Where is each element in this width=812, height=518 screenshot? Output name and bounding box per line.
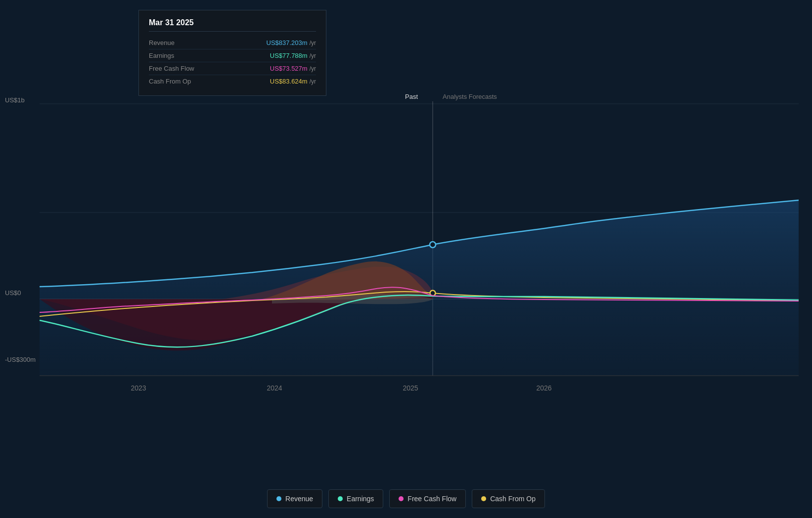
- tooltip-label-fcf: Free Cash Flow: [149, 65, 194, 72]
- tooltip-value-earnings: US$77.788m/yr: [270, 52, 316, 59]
- svg-text:2024: 2024: [267, 384, 282, 392]
- legend-dot-fcf: [399, 496, 404, 501]
- tooltip-title: Mar 31 2025: [149, 18, 316, 32]
- chart-container: Mar 31 2025 Revenue US$837.203m/yr Earni…: [0, 0, 812, 518]
- svg-text:Past: Past: [405, 93, 418, 100]
- svg-text:Analysts Forecasts: Analysts Forecasts: [443, 93, 497, 100]
- legend-label-revenue: Revenue: [285, 495, 313, 503]
- legend-item-cashop: Cash From Op: [472, 489, 545, 508]
- tooltip-value-cashop: US$83.624m/yr: [270, 78, 316, 85]
- svg-point-7: [430, 242, 436, 248]
- chart-svg: Past Analysts Forecasts 202: [0, 0, 812, 518]
- legend-label-earnings: Earnings: [347, 495, 374, 503]
- tooltip-label-earnings: Earnings: [149, 52, 174, 59]
- legend-label-fcf: Free Cash Flow: [407, 495, 456, 503]
- legend-item-revenue: Revenue: [267, 489, 322, 508]
- legend-label-cashop: Cash From Op: [490, 495, 536, 503]
- tooltip-row-earnings: Earnings US$77.788m/yr: [149, 49, 316, 62]
- legend-dot-revenue: [276, 496, 281, 501]
- tooltip-label-revenue: Revenue: [149, 39, 175, 46]
- tooltip-label-cashop: Cash From Op: [149, 78, 191, 85]
- svg-text:2023: 2023: [131, 384, 146, 392]
- tooltip-value-fcf: US$73.527m/yr: [270, 65, 316, 72]
- tooltip-row-revenue: Revenue US$837.203m/yr: [149, 37, 316, 49]
- tooltip-row-cashop: Cash From Op US$83.624m/yr: [149, 75, 316, 87]
- tooltip-row-fcf: Free Cash Flow US$73.527m/yr: [149, 62, 316, 75]
- legend-item-fcf: Free Cash Flow: [389, 489, 466, 508]
- tooltip: Mar 31 2025 Revenue US$837.203m/yr Earni…: [138, 10, 326, 96]
- tooltip-value-revenue: US$837.203m/yr: [267, 39, 316, 46]
- legend: Revenue Earnings Free Cash Flow Cash Fro…: [267, 489, 545, 508]
- legend-item-earnings: Earnings: [328, 489, 383, 508]
- svg-text:2025: 2025: [403, 384, 418, 392]
- svg-text:2026: 2026: [536, 384, 551, 392]
- legend-dot-cashop: [481, 496, 486, 501]
- legend-dot-earnings: [338, 496, 343, 501]
